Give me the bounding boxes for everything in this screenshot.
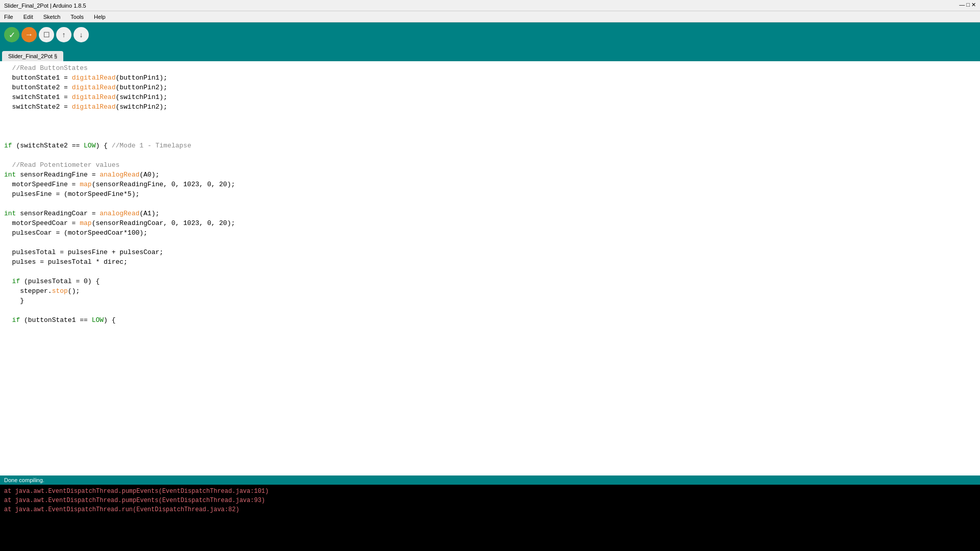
menu-edit[interactable]: Edit bbox=[21, 13, 35, 21]
open-button[interactable]: ↑ bbox=[56, 27, 71, 42]
save-button[interactable]: ↓ bbox=[74, 27, 89, 42]
compile-status-text: Done compiling. bbox=[4, 477, 44, 483]
new-button[interactable]: ☐ bbox=[39, 27, 54, 42]
tab-label: Slider_Final_2Pot § bbox=[8, 53, 57, 59]
title-bar: Slider_Final_2Pot | Arduino 1.8.5 — □ ✕ bbox=[0, 0, 980, 11]
console-line-3: at java.awt.EventDispatchThread.run(Even… bbox=[4, 505, 976, 514]
console-output: at java.awt.EventDispatchThread.pumpEven… bbox=[0, 485, 980, 551]
menu-sketch[interactable]: Sketch bbox=[41, 13, 63, 21]
toolbar: ✓ → ☐ ↑ ↓ bbox=[0, 22, 980, 47]
code-editor[interactable]: //Read ButtonStates buttonState1 = digit… bbox=[0, 61, 980, 475]
menu-tools[interactable]: Tools bbox=[68, 13, 86, 21]
compile-status-bar: Done compiling. bbox=[0, 475, 980, 485]
tab-bar: Slider_Final_2Pot § bbox=[0, 47, 980, 61]
upload-button[interactable]: → bbox=[21, 27, 37, 42]
window-title: Slider_Final_2Pot | Arduino 1.8.5 bbox=[4, 3, 86, 9]
verify-button[interactable]: ✓ bbox=[4, 27, 19, 42]
menu-file[interactable]: File bbox=[2, 13, 15, 21]
console-line-2: at java.awt.EventDispatchThread.pumpEven… bbox=[4, 496, 976, 505]
menu-help[interactable]: Help bbox=[92, 13, 108, 21]
menu-bar: File Edit Sketch Tools Help bbox=[0, 11, 980, 22]
code-content: //Read ButtonStates buttonState1 = digit… bbox=[0, 61, 980, 475]
window-controls[interactable]: — □ ✕ bbox=[959, 2, 976, 8]
active-tab[interactable]: Slider_Final_2Pot § bbox=[2, 51, 63, 61]
console-line-1: at java.awt.EventDispatchThread.pumpEven… bbox=[4, 487, 976, 496]
